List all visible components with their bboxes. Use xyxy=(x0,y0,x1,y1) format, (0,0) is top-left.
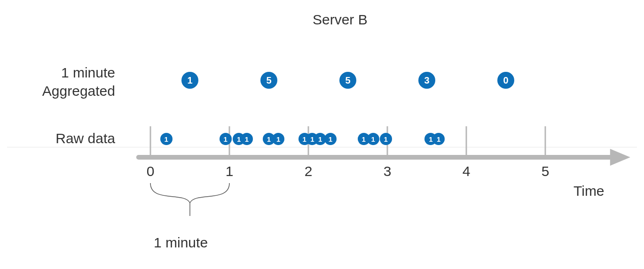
axis-tick-label: 1 xyxy=(222,163,236,179)
axis-tick-label: 4 xyxy=(459,163,473,179)
axis-tick-label: 3 xyxy=(380,163,394,179)
interval-bracket-icon xyxy=(150,183,229,216)
aggregated-dot: 5 xyxy=(260,72,277,89)
diagram-title: Server B xyxy=(313,12,368,28)
raw-dot: 1 xyxy=(380,133,392,145)
row-label-aggregated-line1: 1 minute xyxy=(61,65,115,80)
axis-label-time: Time xyxy=(573,183,605,199)
raw-dot: 1 xyxy=(241,133,253,145)
row-label-raw: Raw data xyxy=(28,129,115,147)
bracket-label: 1 minute xyxy=(154,235,208,251)
diagram-stage: Server B 1 minute Aggregated Raw data Ti… xyxy=(0,0,644,269)
aggregated-dot: 1 xyxy=(181,72,198,89)
guide-line xyxy=(7,147,637,147)
aggregated-dot: 5 xyxy=(339,72,356,89)
raw-dot: 1 xyxy=(324,133,337,145)
raw-dot: 1 xyxy=(272,133,284,145)
axis-arrowhead-icon xyxy=(610,149,630,166)
axis-tick-label: 2 xyxy=(301,163,315,179)
row-label-aggregated-line2: Aggregated xyxy=(42,83,115,99)
row-label-aggregated: 1 minute Aggregated xyxy=(19,63,115,100)
axis-tick-label: 5 xyxy=(538,163,552,179)
raw-dot: 1 xyxy=(367,133,379,145)
raw-dot: 1 xyxy=(220,133,232,145)
axis-tick-label: 0 xyxy=(143,163,157,179)
raw-dot: 1 xyxy=(432,133,445,145)
raw-dot: 1 xyxy=(160,133,173,145)
aggregated-dot: 0 xyxy=(497,72,514,89)
aggregated-dot: 3 xyxy=(418,72,435,89)
